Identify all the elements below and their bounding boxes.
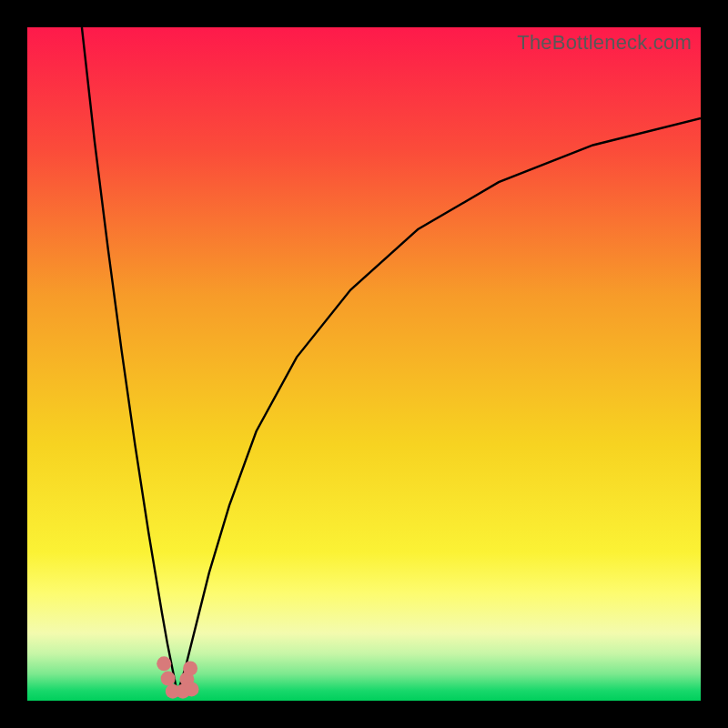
optimal-dot [185, 682, 199, 696]
optimal-dot [161, 672, 176, 686]
optimal-dots-group [157, 656, 198, 698]
watermark-text: TheBottleneck.com [517, 31, 692, 55]
optimal-dot [157, 656, 171, 671]
optimal-dot [183, 661, 197, 675]
left-curve [82, 27, 177, 694]
right-curve [177, 118, 701, 694]
chart-frame: TheBottleneck.com [27, 27, 701, 701]
curve-layer [27, 27, 701, 701]
